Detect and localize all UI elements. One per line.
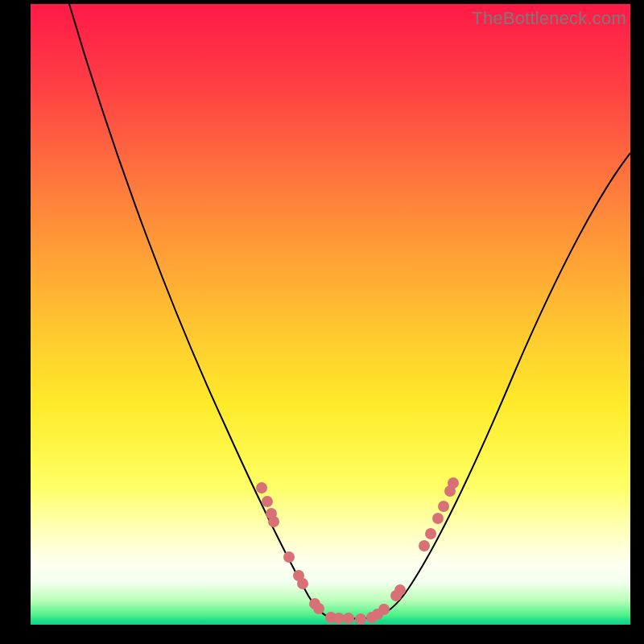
- data-dot: [394, 584, 406, 596]
- data-dot: [297, 578, 308, 589]
- data-dot: [438, 501, 449, 512]
- chart-svg: [31, 4, 630, 625]
- data-dot: [378, 604, 390, 615]
- data-dot: [256, 482, 267, 493]
- watermark-text: TheBottleneck.com: [472, 8, 626, 29]
- data-dot: [425, 528, 436, 539]
- data-dot: [313, 603, 324, 614]
- data-dot: [355, 613, 366, 625]
- data-dot: [333, 613, 345, 624]
- data-dot: [448, 477, 459, 489]
- curve-right: [372, 153, 630, 617]
- curve-group: [69, 4, 630, 619]
- data-dot: [343, 613, 354, 624]
- data-dot: [419, 540, 430, 551]
- chart-frame: TheBottleneck.com: [0, 0, 644, 644]
- data-dot: [432, 513, 444, 524]
- dot-group: [256, 477, 459, 625]
- plot-area: [31, 4, 630, 625]
- data-dot: [268, 516, 279, 527]
- data-dot: [262, 496, 273, 507]
- curve-left: [69, 4, 332, 617]
- data-dot: [283, 551, 295, 563]
